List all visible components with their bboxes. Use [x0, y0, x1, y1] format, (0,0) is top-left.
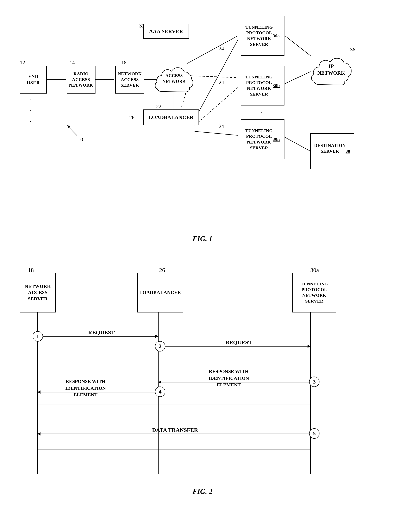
request1-label: REQUEST	[72, 329, 131, 336]
access-network-cloud: ACCESSNETWORK	[154, 56, 194, 102]
tpns-30n-box: TUNNELINGPROTOCOLNETWORKSERVER30n	[241, 119, 284, 159]
loadbalancer-box-fig2: LOADBALANCER	[137, 273, 183, 313]
ref36-label: 36	[350, 47, 355, 53]
ref24-label-3: 24	[219, 123, 224, 129]
ref32-label: 32	[139, 23, 144, 29]
radio-access-network-box: RADIOACCESSNETWORK	[67, 66, 95, 94]
svg-line-3	[187, 36, 238, 64]
fig2-ref18-label: 18	[28, 267, 34, 273]
data-transfer-label: DATA TRANSFER	[135, 427, 215, 433]
ref12-label: 12	[20, 60, 25, 66]
ref24-label-1: 24	[219, 46, 224, 52]
svg-marker-27	[38, 390, 40, 394]
svg-line-13	[285, 137, 310, 151]
svg-marker-16	[67, 125, 71, 128]
svg-marker-25	[158, 381, 161, 384]
response3-label: RESPONSE WITHIDENTIFICATIONELEMENT	[189, 368, 269, 388]
ref18-label: 18	[121, 60, 127, 66]
svg-marker-21	[155, 335, 158, 338]
loadbalancer-box-fig1: LOADBALANCER	[143, 109, 199, 125]
ref24-label-2: 24	[219, 80, 224, 86]
step3-circle: 3	[309, 376, 319, 387]
tpns-30a-box: TUNNELINGPROTOCOLNETWORKSERVER30a	[241, 16, 284, 56]
ref14-label: 14	[70, 60, 75, 66]
destination-server-box: DESTINATIONSERVER38	[310, 133, 354, 169]
svg-line-8	[195, 40, 238, 119]
svg-line-10	[195, 131, 238, 135]
nas-box-fig1: NETWORKACCESSSERVER	[115, 66, 144, 94]
svg-line-9	[195, 88, 238, 125]
ref22-label: 22	[156, 103, 161, 109]
tpns-box-fig2: TUNNELINGPROTOCOLNETWORKSERVER	[292, 273, 336, 313]
fig1-diagram: ENDUSER 12 ··· RADIOACCESSNETWORK 14 NET…	[16, 12, 389, 247]
fig2-caption: FIG. 2	[16, 487, 389, 496]
svg-marker-30	[38, 432, 40, 436]
ip-network-cloud: IPNETWORK	[310, 46, 352, 94]
step4-circle: 4	[155, 387, 165, 397]
nas-box-fig2: NETWORKACCESSSERVER	[20, 273, 56, 313]
tpns-30b-box: TUNNELINGPROTOCOLNETWORKSERVER30b	[241, 66, 284, 105]
svg-line-12	[285, 72, 310, 84]
fig2-ref30a-label: 30a	[310, 267, 319, 273]
end-user-box: ENDUSER	[20, 66, 47, 94]
step5-circle: 5	[309, 428, 319, 439]
fig2-diagram: 18 26 30a NETWORKACCESSSERVER LOADBALANC…	[16, 263, 389, 502]
svg-line-15	[67, 125, 77, 135]
aaa-server-box: AAA SERVER	[143, 24, 189, 39]
step2-circle: 2	[155, 341, 165, 351]
ref10-label: 10	[78, 136, 83, 143]
fig1-caption: FIG. 1	[16, 234, 389, 243]
svg-line-11	[285, 36, 310, 56]
fig2-ref26-label: 26	[159, 267, 165, 273]
svg-marker-23	[308, 345, 310, 348]
ref26-label: 26	[129, 115, 135, 121]
svg-line-4	[187, 76, 238, 78]
end-user-dots: ···	[30, 95, 31, 127]
request2-label: REQUEST	[209, 339, 269, 346]
step1-circle: 1	[33, 331, 43, 341]
response4-label: RESPONSE WITHIDENTIFICATIONELEMENT	[46, 378, 125, 398]
